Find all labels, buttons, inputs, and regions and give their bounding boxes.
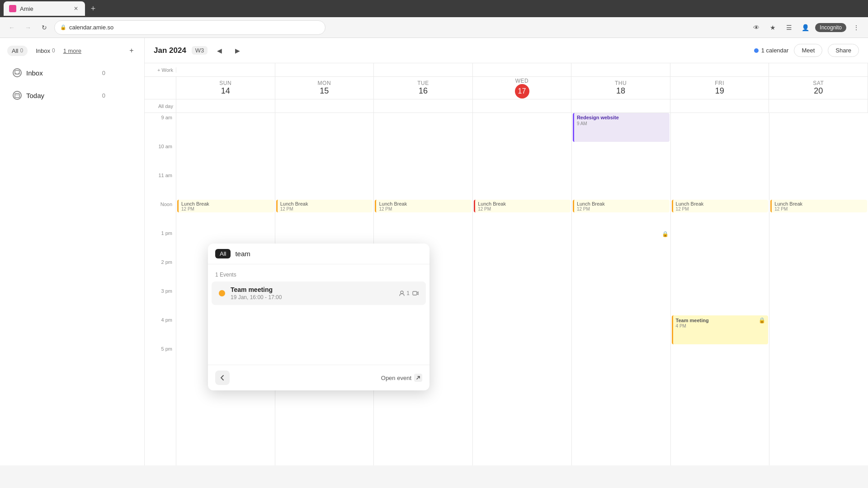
new-tab-button[interactable]: + — [87, 2, 99, 15]
app-container: All 0 Inbox 0 1 more + Inbox 0 + ••• — [0, 38, 868, 465]
today-section: Today 0 + ••• — [0, 84, 144, 107]
video-icon — [412, 290, 419, 296]
attendee-count: 1 — [406, 290, 410, 296]
svg-rect-0 — [15, 70, 19, 74]
back-button[interactable] — [215, 371, 230, 385]
search-results: 1 Events Team meeting 19 Jan, 16:00 - 17… — [208, 264, 429, 310]
search-footer: Open event — [208, 365, 429, 390]
tab-favicon — [9, 5, 16, 12]
today-icon — [13, 91, 22, 100]
result-time: 19 Jan, 16:00 - 17:00 — [231, 294, 393, 300]
browser-tab-bar: Amie ✕ + — [0, 0, 868, 17]
active-tab[interactable]: Amie ✕ — [4, 1, 85, 16]
inbox-more-button[interactable]: ••• — [122, 68, 132, 78]
calendar-main: Jan 2024 W3 ◀ ▶ 1 calendar Meet Share + … — [145, 38, 868, 465]
attendee-icon: 1 — [399, 290, 410, 296]
address-text: calendar.amie.so — [69, 24, 113, 31]
open-event-label: Open event — [381, 375, 411, 381]
open-event-icon — [414, 374, 422, 382]
search-input[interactable] — [235, 250, 422, 258]
sidebar-add-button[interactable]: + — [126, 45, 137, 56]
results-empty-space — [208, 310, 429, 365]
browser-toolbar: ← → ↻ 🔒 calendar.amie.so 👁 ★ ☰ 👤 Incogni… — [0, 17, 868, 38]
svg-rect-1 — [15, 94, 19, 98]
sidebar-tab-bar: All 0 Inbox 0 1 more + — [0, 45, 144, 61]
reload-button[interactable]: ↻ — [38, 21, 51, 34]
lock-icon: 🔒 — [60, 24, 66, 30]
search-popup: All 1 Events Team meeting 19 Jan, 16:00 … — [208, 244, 429, 390]
inbox-label: Inbox — [26, 69, 98, 77]
result-info: Team meeting 19 Jan, 16:00 - 17:00 — [231, 286, 393, 300]
today-count: 0 — [102, 92, 105, 99]
forward-button[interactable]: → — [22, 21, 34, 34]
inbox-add-button[interactable]: + — [110, 68, 120, 78]
bookmark-icon[interactable]: ★ — [766, 21, 779, 34]
sidebar-item-today[interactable]: Today 0 + ••• — [7, 87, 137, 104]
sidebar: All 0 Inbox 0 1 more + Inbox 0 + ••• — [0, 38, 145, 465]
incognito-badge[interactable]: Incognito — [815, 23, 846, 32]
tab-all-label: All — [12, 47, 18, 54]
tab-all[interactable]: All 0 — [7, 46, 28, 56]
tab-all-count: 0 — [20, 47, 23, 54]
inbox-count: 0 — [102, 70, 105, 76]
result-dot — [219, 290, 225, 296]
tab-title: Amie — [20, 5, 33, 12]
menu-icon[interactable]: ⋮ — [850, 21, 863, 34]
result-title: Team meeting — [231, 286, 393, 293]
tab-inbox-label: Inbox — [36, 47, 50, 54]
result-team-meeting[interactable]: Team meeting 19 Jan, 16:00 - 17:00 1 — [212, 282, 426, 305]
extension-icon[interactable]: ☰ — [783, 21, 795, 34]
today-more-button[interactable]: ••• — [122, 90, 132, 100]
svg-point-2 — [401, 291, 403, 294]
today-add-button[interactable]: + — [110, 90, 120, 100]
result-icons: 1 — [399, 290, 419, 296]
tab-close-button[interactable]: ✕ — [72, 5, 80, 12]
inbox-icon — [13, 68, 22, 77]
inbox-section: Inbox 0 + ••• — [0, 61, 144, 84]
popup-overlay: All 1 Events Team meeting 19 Jan, 16:00 … — [145, 38, 868, 465]
results-header: 1 Events — [208, 270, 429, 282]
tab-inbox-count: 0 — [52, 47, 55, 54]
profile-icon[interactable]: 👤 — [799, 21, 811, 34]
back-button[interactable]: ← — [5, 21, 18, 34]
search-all-button[interactable]: All — [215, 249, 231, 258]
toolbar-right: 👁 ★ ☰ 👤 Incognito ⋮ — [750, 21, 863, 34]
open-event-button[interactable]: Open event — [381, 374, 422, 382]
sidebar-item-inbox[interactable]: Inbox 0 + ••• — [7, 64, 137, 81]
eye-icon[interactable]: 👁 — [750, 21, 763, 34]
svg-rect-3 — [413, 291, 417, 295]
address-bar[interactable]: 🔒 calendar.amie.so — [54, 20, 326, 35]
tab-more[interactable]: 1 more — [63, 47, 81, 54]
tab-inbox[interactable]: Inbox 0 — [31, 46, 60, 56]
search-header: All — [208, 244, 429, 264]
today-label: Today — [26, 92, 98, 99]
